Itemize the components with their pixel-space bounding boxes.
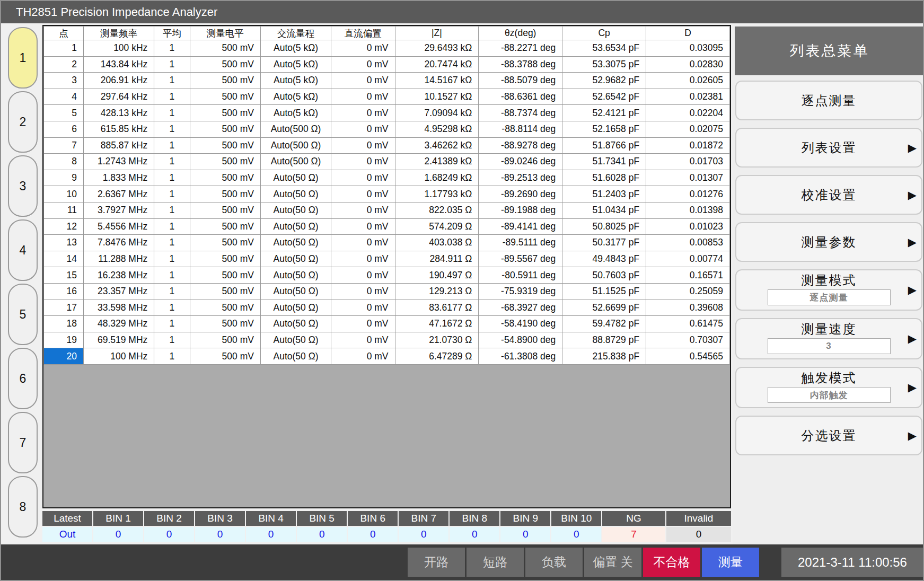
sidebar-menu: 列表总菜单 逐点测量列表设置▶校准设置▶测量参数▶测量模式逐点测量▶测量速度3▶… [733,23,924,544]
table-row[interactable]: 7885.87 kHz1500 mVAuto(500 Ω)0 mV3.46262… [44,137,730,154]
tab-strip: 12345678 [4,24,41,544]
value-cell: 0 mV [331,300,395,316]
bin-header-cell: BIN 9 [500,511,550,526]
measure-indicator[interactable]: 测量 [702,548,759,577]
fail-indicator[interactable]: 不合格 [643,548,700,577]
value-cell: 1 [154,235,190,251]
page-tab-1[interactable]: 1 [8,27,38,89]
value-cell: 500 mV [190,137,260,154]
table-row[interactable]: 91.833 MHz1500 mVAuto(50 Ω)0 mV1.68249 k… [44,170,730,186]
calibration-setup-button[interactable]: 校准设置▶ [735,175,922,215]
value-cell: 1 [154,267,190,284]
value-cell: 500 mV [190,89,260,105]
value-cell: 206.91 kHz [84,73,154,89]
measure-mode-button[interactable]: 测量模式逐点测量▶ [735,269,922,311]
point-cell: 2 [44,56,84,73]
measurement-table: 点测量频率平均测量电平交流量程直流偏置|Z|θz(deg)CpD 1100 kH… [42,25,731,508]
value-cell: 428.13 kHz [84,105,154,121]
point-cell: 10 [44,186,84,203]
table-row[interactable]: 1516.238 MHz1500 mVAuto(50 Ω)0 mV190.497… [44,267,730,284]
value-cell: 0.70307 [646,332,730,348]
table-row[interactable]: 137.8476 MHz1500 mVAuto(50 Ω)0 mV403.038… [44,235,730,251]
sorting-setup-button[interactable]: 分选设置▶ [735,416,922,455]
value-cell: 0 mV [331,105,395,121]
menu-button-value: 3 [768,338,891,354]
table-row[interactable]: 1411.288 MHz1500 mVAuto(50 Ω)0 mV284.911… [44,251,730,267]
bias-toggle-button[interactable]: 偏置 关 [584,548,641,577]
value-cell: 0.54565 [646,348,730,365]
value-cell: -89.0246 deg [479,154,562,170]
status-buttons: 开路短路负载偏置 关不合格测量 [408,548,759,577]
value-cell: 0.01276 [646,186,730,203]
value-cell: 0.01307 [646,170,730,186]
table-row[interactable]: 125.4556 MHz1500 mVAuto(50 Ω)0 mV574.209… [44,218,730,235]
value-cell: 0 mV [331,89,395,105]
table-row[interactable]: 4297.64 kHz1500 mVAuto(5 kΩ)0 mV10.1527 … [44,89,730,105]
bin-value-row: Out000000000070 [42,527,731,542]
trigger-mode-button[interactable]: 触发模式内部触发▶ [735,367,922,408]
table-row[interactable]: 2143.84 kHz1500 mVAuto(5 kΩ)0 mV20.7474 … [44,56,730,73]
short-circuit-button[interactable]: 短路 [467,548,524,577]
value-cell: 500 mV [190,267,260,284]
page-tab-2[interactable]: 2 [8,91,38,153]
page-tab-4[interactable]: 4 [8,219,38,281]
value-cell: 51.0434 pF [562,202,646,218]
bin-bar: LatestBIN 1BIN 2BIN 3BIN 4BIN 5BIN 6BIN … [42,511,731,542]
page-tab-7[interactable]: 7 [8,412,38,473]
table-row[interactable]: 1623.357 MHz1500 mVAuto(50 Ω)0 mV129.213… [44,283,730,300]
point-cell: 8 [44,154,84,170]
table-row[interactable]: 113.7927 MHz1500 mVAuto(50 Ω)0 mV822.035… [44,202,730,218]
chevron-right-icon: ▶ [908,142,917,154]
table-row[interactable]: 6615.85 kHz1500 mVAuto(500 Ω)0 mV4.95298… [44,121,730,137]
value-cell: Auto(5 kΩ) [260,89,331,105]
value-cell: Auto(500 Ω) [260,121,331,137]
measure-params-button[interactable]: 测量参数▶ [735,222,922,262]
table-row[interactable]: 20100 MHz1500 mVAuto(50 Ω)0 mV6.47289 Ω-… [44,348,730,365]
column-header: |Z| [395,27,479,40]
table-row[interactable]: 5428.13 kHz1500 mVAuto(5 kΩ)0 mV7.09094 … [44,105,730,121]
table-row[interactable]: 81.2743 MHz1500 mVAuto(500 Ω)0 mV2.41389… [44,154,730,170]
column-header: θz(deg) [479,27,562,40]
value-cell: 1 [154,89,190,105]
page-tab-6[interactable]: 6 [8,348,38,409]
page-tab-8[interactable]: 8 [8,476,38,538]
value-cell: 51.2403 pF [562,186,646,203]
menu-button-label: 逐点测量 [802,92,857,109]
column-header: 测量电平 [190,27,260,40]
bin-header-cell: BIN 3 [195,511,245,526]
value-cell: 500 mV [190,73,260,89]
measure-speed-button[interactable]: 测量速度3▶ [735,318,922,359]
open-circuit-button[interactable]: 开路 [408,548,465,577]
bin-value-cell: 0 [93,527,143,542]
table-row[interactable]: 102.6367 MHz1500 mVAuto(50 Ω)0 mV1.17793… [44,186,730,203]
load-button[interactable]: 负载 [525,548,583,577]
table-row[interactable]: 3206.91 kHz1500 mVAuto(5 kΩ)0 mV14.5167 … [44,73,730,89]
value-cell: Auto(50 Ω) [260,332,331,348]
value-cell: 0.25059 [646,283,730,300]
point-cell: 16 [44,283,84,300]
value-cell: 2.41389 kΩ [395,154,479,170]
table-row[interactable]: 1848.329 MHz1500 mVAuto(50 Ω)0 mV47.1672… [44,316,730,332]
column-header: 直流偏置 [331,27,395,40]
list-setup-button[interactable]: 列表设置▶ [735,128,922,168]
page-tab-3[interactable]: 3 [8,155,38,217]
chevron-right-icon: ▶ [908,284,917,296]
value-cell: 0 mV [331,202,395,218]
value-cell: -58.4190 deg [479,316,562,332]
table-row[interactable]: 1733.598 MHz1500 mVAuto(50 Ω)0 mV83.6177… [44,300,730,316]
point-cell: 17 [44,300,84,316]
value-cell: 1 [154,137,190,154]
value-cell: 0 mV [331,283,395,300]
title-bar: TH2851 Precision Impedance Analyzer [1,1,923,23]
table-row[interactable]: 1969.519 MHz1500 mVAuto(50 Ω)0 mV21.0730… [44,332,730,348]
value-cell: -89.4141 deg [479,218,562,235]
point-measure-button[interactable]: 逐点测量 [735,81,922,120]
value-cell: 20.7474 kΩ [395,56,479,73]
bin-header-cell: BIN 7 [399,511,448,526]
page-tab-5[interactable]: 5 [8,284,38,345]
table-row[interactable]: 1100 kHz1500 mVAuto(5 kΩ)0 mV29.6493 kΩ-… [44,40,730,57]
clock: 2021-3-11 11:00:56 [781,548,923,577]
value-cell: 10.1527 kΩ [395,89,479,105]
point-cell: 1 [44,40,84,57]
point-cell: 15 [44,267,84,284]
